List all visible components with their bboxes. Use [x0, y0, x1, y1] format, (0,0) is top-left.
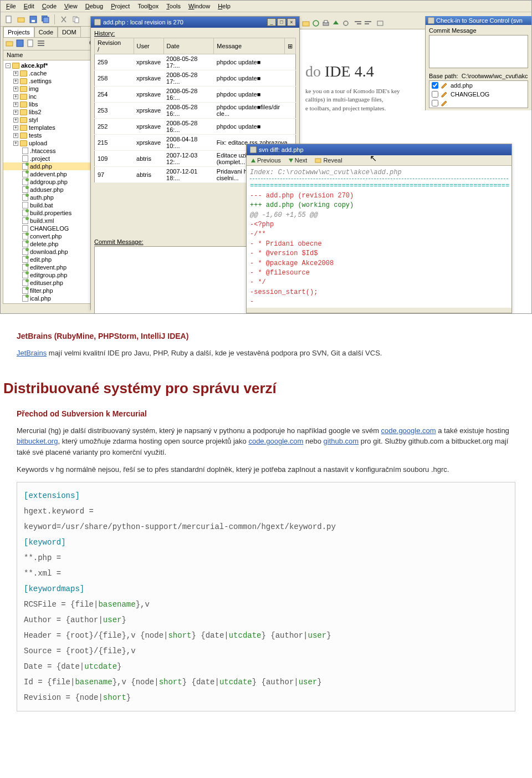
table-row[interactable]: 258xprskave2008-05-28 17:...phpdoc updat… — [95, 70, 296, 87]
tree-file[interactable]: build.bat — [3, 201, 100, 209]
save-all-icon[interactable] — [40, 14, 50, 24]
menu-tools[interactable]: Tools — [166, 3, 181, 9]
link-jetbrains[interactable]: JetBrains — [17, 349, 47, 357]
menu-view[interactable]: View — [64, 3, 78, 9]
tree-folder[interactable]: +tests — [3, 131, 100, 139]
tree-file[interactable]: delete.php — [3, 240, 100, 248]
tree-folder[interactable]: +libs2 — [3, 108, 100, 116]
svg-rect-23 — [365, 21, 371, 22]
checkbox[interactable] — [432, 82, 438, 89]
cut-icon[interactable] — [59, 14, 69, 24]
proj-rows-icon[interactable] — [37, 39, 46, 48]
table-row[interactable]: 253xprskave2008-05-28 16:...phpdoc updat… — [95, 103, 296, 119]
close-icon[interactable]: × — [287, 18, 296, 26]
editor-tool-icon[interactable] — [302, 19, 310, 27]
editor-comment-icon[interactable] — [376, 19, 384, 27]
menu-window[interactable]: Window — [188, 3, 210, 9]
project-tree[interactable]: -akce.kpf*+.cache+.settings+img+inc+libs… — [3, 60, 100, 303]
tree-folder[interactable]: +img — [3, 85, 100, 93]
checkin-titlebar[interactable]: Check-in to Source Control (svn — [426, 16, 531, 25]
tab-dom[interactable]: DOM — [58, 27, 81, 37]
diff-titlebar[interactable]: svn diff: add.php — [247, 144, 511, 155]
col-date[interactable]: Date — [163, 38, 214, 54]
menu-edit[interactable]: Edit — [24, 3, 34, 9]
tree-folder[interactable]: +templates — [3, 124, 100, 131]
checkin-file-row[interactable]: add.php — [429, 81, 528, 90]
diff-next-button[interactable]: Next — [289, 157, 308, 164]
menu-file[interactable]: File — [6, 3, 16, 9]
tree-file[interactable]: build.properties — [3, 209, 100, 217]
checkin-file-row[interactable] — [429, 99, 528, 108]
minimize-icon[interactable]: _ — [267, 18, 276, 26]
editor-outdent-icon[interactable] — [364, 19, 372, 27]
diff-line: - */ — [250, 278, 508, 287]
tree-file[interactable]: download.php — [3, 248, 100, 256]
tree-file[interactable]: add.php — [3, 162, 100, 170]
checkbox[interactable] — [432, 91, 438, 98]
tree-folder[interactable]: +.cache — [3, 69, 100, 77]
menu-help[interactable]: Help — [218, 3, 231, 9]
tree-file[interactable]: filter.php — [3, 287, 100, 294]
tree-file[interactable]: ical.php — [3, 294, 100, 302]
menu-code[interactable]: Code — [42, 3, 57, 9]
diff-output[interactable]: Index: C:\rootwww\wc_cvut\akce\add.php =… — [247, 166, 511, 308]
editor-up-icon[interactable] — [332, 19, 340, 27]
open-icon[interactable] — [16, 14, 26, 24]
tree-folder[interactable]: +styl — [3, 116, 100, 124]
tree-folder[interactable]: +.settings — [3, 77, 100, 85]
proj-save-icon[interactable] — [16, 39, 25, 48]
heading-jetbrains: JetBrains (RubyMine, PHPStorm, IntelliJ … — [17, 330, 515, 342]
editor-print-icon[interactable] — [322, 19, 330, 27]
link-github[interactable]: github.com — [324, 437, 359, 445]
maximize-icon[interactable]: □ — [277, 18, 286, 26]
diff-toolbar: Previous Next Reveal — [247, 155, 511, 166]
tree-file[interactable]: build.xml — [3, 217, 100, 225]
tree-file[interactable]: .project — [3, 155, 100, 162]
table-row[interactable]: 259xprskave2008-05-28 17:...phpdoc updat… — [95, 54, 296, 70]
new-file-icon[interactable] — [4, 14, 14, 24]
tree-folder[interactable]: +inc — [3, 93, 100, 100]
save-icon[interactable] — [28, 14, 38, 24]
tree-file[interactable]: auth.php — [3, 194, 100, 201]
table-row[interactable]: 252xprskave2008-05-28 16:...phpdoc updat… — [95, 119, 296, 135]
editor-indent-icon[interactable] — [354, 19, 362, 27]
tree-file[interactable]: editevent.php — [3, 263, 100, 271]
menu-project[interactable]: Project — [111, 3, 130, 9]
tree-file[interactable]: addgroup.php — [3, 178, 100, 186]
tree-folder[interactable]: +upload — [3, 139, 100, 147]
col-revision[interactable]: Revision / — [95, 38, 134, 54]
table-row[interactable]: 254xprskave2008-05-28 16:...phpdoc updat… — [95, 87, 296, 103]
tree-file[interactable]: .htaccess — [3, 147, 100, 155]
proj-open-icon[interactable] — [6, 39, 14, 48]
tree-file[interactable]: edit.php — [3, 256, 100, 263]
tree-file[interactable]: convert.php — [3, 232, 100, 240]
tree-file[interactable]: addevent.php — [3, 170, 100, 178]
diff-prev-button[interactable]: Previous — [251, 157, 281, 164]
editor-gear-icon[interactable] — [342, 19, 350, 27]
tree-folder[interactable]: +libs — [3, 100, 100, 108]
checkin-textarea[interactable] — [429, 35, 528, 68]
tab-projects[interactable]: Projects — [3, 27, 34, 37]
col-message[interactable]: Message — [214, 38, 285, 54]
link-bitbucket[interactable]: bitbucket.org — [17, 437, 58, 445]
diff-reveal-button[interactable]: Reveal — [315, 157, 342, 164]
col-user[interactable]: User — [134, 38, 163, 54]
col-extra-icon[interactable]: ⊞ — [285, 38, 296, 54]
copy-icon[interactable] — [71, 14, 81, 24]
link-codegoogle-1[interactable]: code.google.com — [381, 426, 436, 435]
menu-debug[interactable]: Debug — [85, 3, 103, 9]
editor-tool-icon2[interactable] — [312, 19, 320, 27]
svg-rect-16 — [303, 22, 309, 26]
tree-file[interactable]: CHANGELOG — [3, 225, 100, 232]
proj-new-icon[interactable] — [27, 39, 35, 48]
history-titlebar[interactable]: add.php : local revision is 270 _ □ × — [91, 17, 299, 28]
checkin-file-row[interactable]: CHANGELOG — [429, 90, 528, 99]
link-codegoogle-2[interactable]: code.google.com — [248, 437, 303, 445]
tab-code[interactable]: Code — [34, 27, 58, 37]
tree-file[interactable]: editgroup.php — [3, 271, 100, 279]
tree-root[interactable]: -akce.kpf* — [3, 62, 100, 69]
tree-file[interactable]: edituser.php — [3, 279, 100, 287]
tree-file[interactable]: adduser.php — [3, 186, 100, 194]
checkbox[interactable] — [432, 100, 438, 106]
menu-toolbox[interactable]: Toolbox — [137, 3, 158, 9]
